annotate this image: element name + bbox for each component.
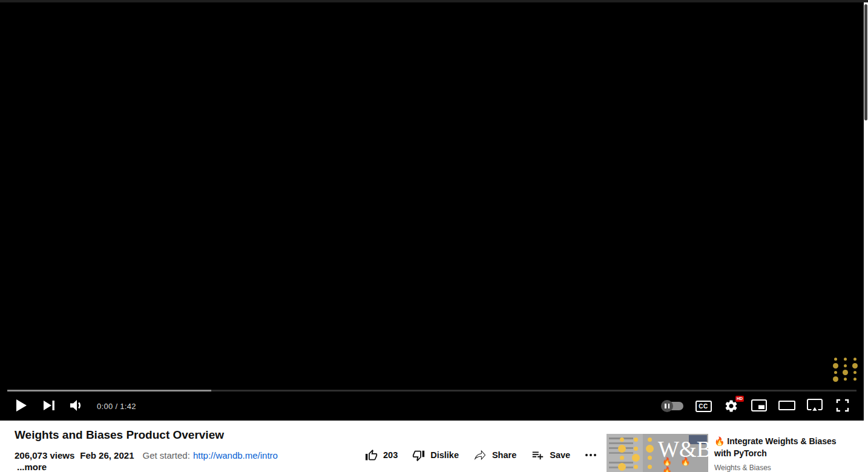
related-channel-name: Weights & Biases xyxy=(714,464,841,472)
current-time: 0:00 xyxy=(97,402,113,411)
related-thumbnail[interactable]: W&B 🔥🔥🔥 PyTorch xyxy=(607,434,708,472)
thumb-up-icon xyxy=(365,449,378,462)
settings-gear-icon: HD xyxy=(723,398,739,414)
wandb-logo-dots xyxy=(615,435,657,471)
subtitles-button[interactable]: CC xyxy=(689,394,717,418)
time-display: 0:00 / 1:42 xyxy=(97,402,136,411)
fullscreen-icon xyxy=(836,399,849,414)
share-button[interactable]: Share xyxy=(473,448,516,462)
hd-badge: HD xyxy=(735,396,744,402)
theater-mode-icon xyxy=(778,401,795,412)
settings-button[interactable]: HD xyxy=(717,394,745,418)
thumbnail-pytorch-text: PyTorch xyxy=(636,468,708,472)
playlist-add-icon xyxy=(531,448,544,462)
progress-buffered xyxy=(7,390,211,392)
theater-mode-button[interactable] xyxy=(773,394,801,418)
like-count: 203 xyxy=(383,450,398,460)
like-button[interactable]: 203 xyxy=(365,449,398,462)
page-scrollbar[interactable] xyxy=(864,2,868,472)
show-more-button[interactable]: ...more xyxy=(17,462,47,472)
share-label: Share xyxy=(492,450,516,460)
player-controls: 0:00 / 1:42 CC HD xyxy=(0,392,864,420)
related-info: 🔥 Integrate Weights & Biases with PyTorc… xyxy=(714,434,841,472)
autoplay-pause-icon xyxy=(661,400,673,412)
action-bar: 203 Dislike Share Save xyxy=(365,448,597,462)
controls-right: CC HD xyxy=(657,394,856,418)
video-player[interactable]: 0:00 / 1:42 CC HD xyxy=(0,0,864,421)
cast-button[interactable] xyxy=(801,394,829,418)
volume-icon xyxy=(70,399,84,413)
next-button[interactable] xyxy=(35,394,63,418)
play-button[interactable] xyxy=(7,394,35,418)
progress-bar[interactable] xyxy=(7,390,856,392)
description-text: Get started: xyxy=(143,450,190,461)
save-label: Save xyxy=(550,450,570,460)
autoplay-toggle-track xyxy=(663,402,683,410)
video-title: Weights and Biases Product Overview xyxy=(15,428,224,442)
youtube-watch-page: 0:00 / 1:42 CC HD xyxy=(0,0,868,472)
next-icon xyxy=(43,399,56,413)
related-title[interactable]: 🔥 Integrate Weights & Biases with PyTorc… xyxy=(714,435,841,459)
autoplay-toggle[interactable] xyxy=(657,394,689,418)
view-count: 206,073 views xyxy=(15,450,74,461)
time-separator: / xyxy=(113,402,120,411)
related-title-text: Integrate Weights & Biases with PyTorch xyxy=(714,436,837,458)
save-button[interactable]: Save xyxy=(531,448,570,462)
cast-icon xyxy=(807,399,823,414)
scrollbar-thumb[interactable] xyxy=(864,4,867,120)
description-link[interactable]: http://wandb.me/intro xyxy=(193,450,278,461)
wandb-watermark-logo xyxy=(830,356,860,382)
cc-icon: CC xyxy=(695,401,712,412)
description-snippet: Get started:http://wandb.me/intro xyxy=(143,450,278,461)
more-actions-button[interactable] xyxy=(585,453,597,457)
publish-date: Feb 26, 2021 xyxy=(80,450,134,461)
play-icon xyxy=(15,399,27,414)
ellipsis-icon xyxy=(585,453,597,457)
video-meta: 206,073 views Feb 26, 2021 Get started:h… xyxy=(15,450,278,461)
fullscreen-button[interactable] xyxy=(829,394,856,418)
miniplayer-icon xyxy=(751,399,767,413)
duration: 1:42 xyxy=(120,402,136,411)
related-video-card[interactable]: W&B 🔥🔥🔥 PyTorch 🔥 Integrate Weights & Bi… xyxy=(607,434,841,472)
dislike-label: Dislike xyxy=(430,450,459,460)
miniplayer-button[interactable] xyxy=(745,394,773,418)
dislike-button[interactable]: Dislike xyxy=(412,449,459,462)
controls-left: 0:00 / 1:42 xyxy=(7,394,136,418)
share-icon xyxy=(473,448,487,462)
fire-emoji: 🔥 xyxy=(714,436,725,446)
player-top-edge xyxy=(0,0,868,2)
mute-button[interactable] xyxy=(63,394,91,418)
thumb-down-icon xyxy=(412,449,425,462)
